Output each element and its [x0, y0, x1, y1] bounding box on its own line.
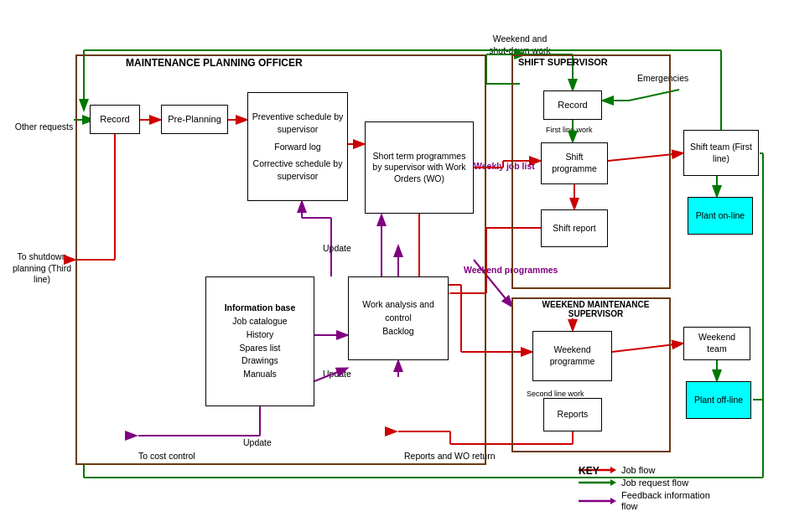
- ss-label: SHIFT SUPERVISOR: [518, 57, 608, 67]
- weekend-team-box: Weekend team: [683, 327, 750, 360]
- svg-marker-3: [610, 479, 616, 486]
- preventive-box: Preventive schedule by supervisor Forwar…: [247, 92, 348, 201]
- shift-team-label: Shift team (First line): [688, 142, 755, 164]
- mpo-label: MAINTENANCE PLANNING OFFICER: [126, 57, 303, 69]
- reports-box: Reports: [543, 398, 602, 431]
- short-term-box: Short term programmes by supervisor with…: [365, 121, 474, 214]
- record-left-label: Record: [100, 113, 129, 125]
- shift-programme-label: Shift programme: [545, 152, 604, 174]
- weekend-shutdown-label: Weekend and shut-down work: [486, 34, 553, 56]
- plant-online-box: Plant on-line: [688, 197, 753, 235]
- info-base-box: Information base Job catalogue History S…: [205, 276, 314, 406]
- preventive-text: Preventive schedule by supervisor Forwar…: [252, 111, 344, 182]
- key-feedback: Feedback informationflow: [579, 490, 710, 512]
- plant-offline-label: Plant off-line: [694, 395, 743, 406]
- short-term-text: Short term programmes by supervisor with…: [369, 151, 470, 185]
- reports-label: Reports: [558, 409, 589, 421]
- svg-marker-5: [610, 498, 616, 504]
- record-right-box: Record: [543, 90, 602, 120]
- weekend-programme-label: Weekend programme: [537, 344, 608, 367]
- wms-label: WEEKEND MAINTENANCE SUPERVISOR: [518, 300, 673, 318]
- feedback-label: Feedback informationflow: [621, 490, 710, 512]
- preplanning-box: Pre-Planning: [161, 105, 228, 134]
- key-job-request: Job request flow: [579, 478, 710, 488]
- preplanning-label: Pre-Planning: [168, 113, 221, 125]
- record-right-label: Record: [558, 99, 587, 111]
- shift-programme-box: Shift programme: [541, 142, 608, 184]
- shift-report-label: Shift report: [553, 223, 595, 235]
- other-requests-label: Other requests: [13, 121, 75, 133]
- shift-report-box: Shift report: [541, 209, 608, 247]
- svg-marker-1: [610, 467, 616, 473]
- weekend-team-label: Weekend team: [688, 332, 746, 354]
- work-analysis-box: Work analysis and control Backlog: [348, 276, 449, 360]
- shift-team-box: Shift team (First line): [683, 130, 759, 176]
- plant-online-label: Plant on-line: [696, 210, 745, 222]
- info-base-text: Information base Job catalogue History S…: [225, 302, 296, 381]
- to-shutdown-label: To shutdown planning (Third line): [8, 251, 75, 286]
- key-title: KEY: [579, 465, 600, 477]
- record-left-box: Record: [90, 105, 140, 134]
- plant-offline-box: Plant off-line: [686, 381, 751, 419]
- work-analysis-text: Work analysis and control Backlog: [352, 298, 444, 338]
- weekend-programme-box: Weekend programme: [532, 331, 612, 381]
- key-section: KEY Job flow Job request flow Feedback i…: [579, 465, 710, 514]
